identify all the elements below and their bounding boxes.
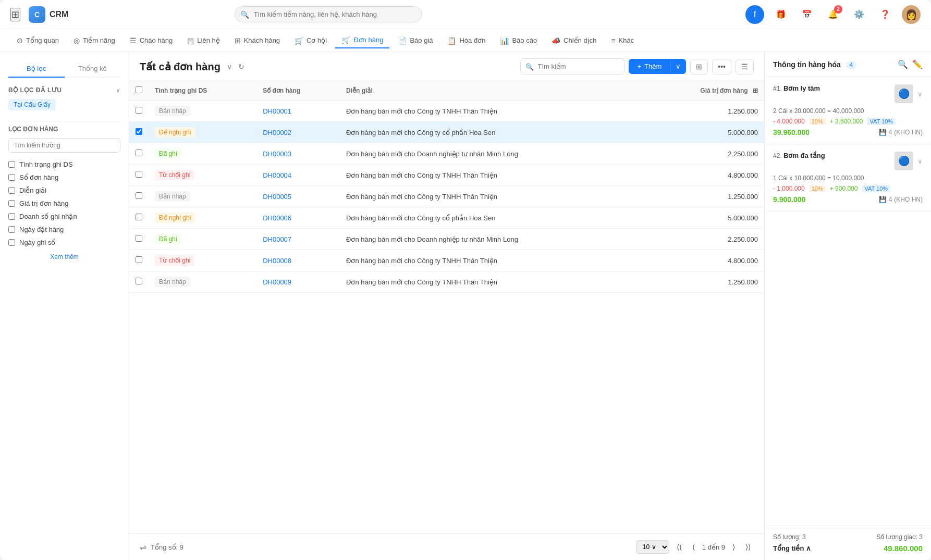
filter-so-don-hang-checkbox[interactable] xyxy=(8,174,15,181)
order-link[interactable]: DH00008 xyxy=(263,257,291,265)
menu-tong-quan[interactable]: ⊙ Tổng quan xyxy=(10,33,65,48)
filter-doanh-so[interactable]: Doanh số ghi nhận xyxy=(8,210,120,223)
filter-search-input[interactable] xyxy=(8,138,120,153)
order-link[interactable]: DH00001 xyxy=(263,107,291,115)
table-row[interactable]: Bản nháp DH00005 Đơn hàng bán mới cho Cô… xyxy=(129,186,764,207)
table-row[interactable]: Đề nghị ghi DH00006 Đơn hàng bán mới cho… xyxy=(129,207,764,229)
row-checkbox[interactable] xyxy=(136,107,142,114)
product-1-chevron-icon[interactable]: ∨ xyxy=(917,90,923,98)
first-page-button[interactable]: ⟨⟨ xyxy=(673,541,685,553)
menu-chao-hang[interactable]: ☰ Chào hàng xyxy=(124,33,179,48)
row-checkbox[interactable] xyxy=(136,192,142,199)
see-more-link[interactable]: Xem thêm xyxy=(8,253,120,260)
grid-icon[interactable]: ⊞ xyxy=(10,8,20,21)
filter-doanh-so-checkbox[interactable] xyxy=(8,213,15,220)
filter-ngay-dat-hang[interactable]: Ngày đặt hàng xyxy=(8,223,120,236)
saved-filter-arrow[interactable]: ∨ xyxy=(116,86,120,94)
view-switch-button[interactable]: ⊞ xyxy=(690,59,708,74)
menu-chien-dich[interactable]: 📣 Chiến dịch xyxy=(545,33,603,48)
filter-dien-giai[interactable]: Diễn giải xyxy=(8,184,120,197)
order-link[interactable]: DH00007 xyxy=(263,235,291,243)
last-page-button[interactable]: ⟩⟩ xyxy=(742,541,754,553)
table-row[interactable]: Đề nghị ghi DH00002 Đơn hàng bán mới cho… xyxy=(129,122,764,143)
row-checkbox[interactable] xyxy=(136,150,142,156)
menu-tiem-nang[interactable]: ◎ Tiềm năng xyxy=(67,33,121,48)
row-checkbox[interactable] xyxy=(136,278,142,284)
saved-filter-tag[interactable]: Tại Cầu Giấy xyxy=(8,99,56,110)
panel-count: 4 xyxy=(846,61,857,69)
avatar[interactable]: 👩 xyxy=(902,5,921,24)
next-page-button[interactable]: ⟩ xyxy=(729,541,738,553)
product-2-chevron-icon[interactable]: ∨ xyxy=(917,157,923,165)
quantity-delivered-label: Số lượng giao: 3 xyxy=(876,533,923,541)
row-status: Bản nháp xyxy=(149,271,256,293)
row-checkbox[interactable] xyxy=(136,214,142,220)
menu-lien-he[interactable]: ▤ Liên hệ xyxy=(181,33,226,48)
row-checkbox[interactable] xyxy=(136,128,142,135)
prev-page-button[interactable]: ⟨ xyxy=(689,541,698,553)
select-all-checkbox[interactable] xyxy=(136,86,142,93)
filter-icon[interactable]: ⇌ xyxy=(140,542,146,552)
order-link[interactable]: DH00004 xyxy=(263,171,291,179)
filter-tinh-trang-checkbox[interactable] xyxy=(8,161,15,168)
filter-so-don-hang[interactable]: Số đơn hàng xyxy=(8,171,120,184)
menu-khach-hang[interactable]: ⊞ Khách hàng xyxy=(228,33,286,48)
total-label-group[interactable]: Tổng tiền ∧ xyxy=(773,544,811,552)
product-1-index: #1. xyxy=(773,85,783,92)
product-2-storage-location: (KHO HN) xyxy=(894,196,923,203)
filter-ngay-ghi-so-checkbox[interactable] xyxy=(8,239,15,246)
calendar-button[interactable]: 📅 xyxy=(798,5,816,24)
filter-ngay-ghi-so[interactable]: Ngày ghi số xyxy=(8,236,120,249)
tab-bo-loc[interactable]: Bộ lọc xyxy=(8,60,65,78)
notification-button[interactable]: 🔔 2 xyxy=(824,5,842,24)
tab-thong-ke[interactable]: Thống kê xyxy=(65,60,121,78)
order-link[interactable]: DH00006 xyxy=(263,214,291,222)
status-badge: Bản nháp xyxy=(155,106,190,116)
list-view-button[interactable]: ☰ xyxy=(736,59,754,74)
table-row[interactable]: Bản nháp DH00001 Đơn hàng bán mới cho Cô… xyxy=(129,101,764,122)
tiem-nang-icon: ◎ xyxy=(74,36,80,45)
table-row[interactable]: Bản nháp DH00009 Đơn hàng bán mới cho Cô… xyxy=(129,271,764,293)
menu-tong-quan-label: Tổng quan xyxy=(26,36,59,44)
refresh-button[interactable]: ↻ xyxy=(238,63,244,71)
order-link[interactable]: DH00002 xyxy=(263,129,291,136)
add-dropdown-button[interactable]: ∨ xyxy=(670,59,686,74)
menu-don-hang[interactable]: 🛒 Đơn hàng xyxy=(335,33,389,48)
table-search-input[interactable] xyxy=(520,58,624,74)
product-2-vat-badge: VAT 10% xyxy=(862,185,890,192)
filter-ngay-dat-hang-checkbox[interactable] xyxy=(8,226,15,233)
row-checkbox[interactable] xyxy=(136,171,142,178)
filter-dien-giai-checkbox[interactable] xyxy=(8,187,15,194)
menu-khac[interactable]: ≡ Khác xyxy=(605,33,640,48)
order-link[interactable]: DH00003 xyxy=(263,150,291,158)
table-row[interactable]: Đã ghi DH00003 Đơn hàng bán mới cho Doan… xyxy=(129,143,764,165)
filter-section-title: LỌC ĐƠN HÀNG xyxy=(8,126,120,133)
settings-button[interactable]: ⚙️ xyxy=(850,5,868,24)
row-checkbox[interactable] xyxy=(136,256,142,263)
help-button[interactable]: ❓ xyxy=(876,5,895,24)
page-size-select[interactable]: 10 ∨ xyxy=(636,540,669,554)
global-search-input[interactable] xyxy=(235,6,422,22)
add-button[interactable]: + Thêm xyxy=(629,59,670,74)
panel-search-button[interactable]: 🔍 xyxy=(898,59,908,69)
more-options-button[interactable]: ••• xyxy=(712,59,731,74)
row-checkbox[interactable] xyxy=(136,235,142,242)
filter-gia-tri[interactable]: Giá trị đơn hàng xyxy=(8,197,120,210)
panel-edit-button[interactable]: ✏️ xyxy=(912,59,923,69)
menu-bao-gia[interactable]: 📄 Báo giá xyxy=(391,33,439,48)
filter-gia-tri-checkbox[interactable] xyxy=(8,200,15,207)
menu-co-hoi[interactable]: 🛒 Cơ hội xyxy=(288,33,333,48)
table-row[interactable]: Từ chối ghi DH00008 Đơn hàng bán mới cho… xyxy=(129,250,764,271)
title-dropdown-icon[interactable]: ∨ xyxy=(227,63,232,71)
table-row[interactable]: Từ chối ghi DH00004 Đơn hàng bán mới cho… xyxy=(129,165,764,186)
facebook-button[interactable]: f xyxy=(745,5,764,24)
order-link[interactable]: DH00005 xyxy=(263,193,291,201)
table-row[interactable]: Đã ghi DH00007 Đơn hàng bán mới cho Doan… xyxy=(129,229,764,250)
gift-button[interactable]: 🎁 xyxy=(771,5,790,24)
col-settings-icon[interactable]: ⊞ xyxy=(753,87,758,94)
menu-bao-cao[interactable]: 📊 Báo cáo xyxy=(494,33,543,48)
order-link[interactable]: DH00009 xyxy=(263,278,291,286)
filter-tinh-trang[interactable]: Tình trạng ghi DS xyxy=(8,158,120,171)
menu-hoa-don[interactable]: 📋 Hóa đơn xyxy=(441,33,492,48)
row-order-no: DH00009 xyxy=(256,271,340,293)
